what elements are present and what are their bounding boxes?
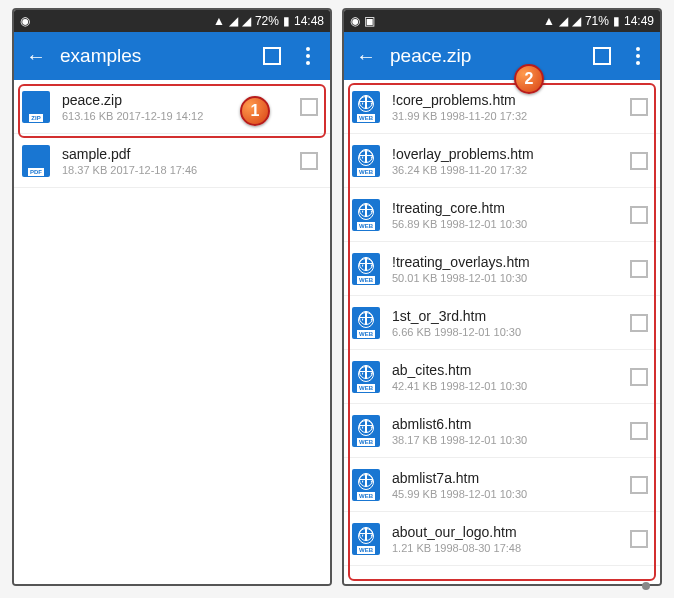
file-row[interactable]: WEB !core_problems.htm 31.99 KB 1998-11-… xyxy=(344,80,660,134)
file-meta: 56.89 KB 1998-12-01 10:30 xyxy=(392,218,618,230)
phone-right: ◉ ▣ ▲ ◢ ◢ 71% ▮ 14:49 ← peace.zip 2 WEB xyxy=(342,8,662,586)
file-name: about_our_logo.htm xyxy=(392,524,618,540)
file-meta: 45.99 KB 1998-12-01 10:30 xyxy=(392,488,618,500)
file-row[interactable]: WEB about_our_logo.htm 1.21 KB 1998-08-3… xyxy=(344,512,660,566)
back-button[interactable]: ← xyxy=(354,44,378,68)
page-title: peace.zip xyxy=(390,45,578,67)
file-meta: 18.37 KB 2017-12-18 17:46 xyxy=(62,164,288,176)
file-checkbox[interactable] xyxy=(300,152,318,170)
file-checkbox[interactable] xyxy=(300,98,318,116)
file-row[interactable]: WEB !treating_overlays.htm 50.01 KB 1998… xyxy=(344,242,660,296)
file-name: 1st_or_3rd.htm xyxy=(392,308,618,324)
pdf-file-icon: PDF xyxy=(22,145,50,177)
app-bar: ← peace.zip xyxy=(344,32,660,80)
file-name: !treating_core.htm xyxy=(392,200,618,216)
file-checkbox[interactable] xyxy=(630,260,648,278)
file-row[interactable]: WEB !overlay_problems.htm 36.24 KB 1998-… xyxy=(344,134,660,188)
battery-icon: ▮ xyxy=(283,15,290,27)
more-menu-button[interactable] xyxy=(296,44,320,68)
decorative-dot xyxy=(642,582,650,590)
file-checkbox[interactable] xyxy=(630,98,648,116)
file-name: !treating_overlays.htm xyxy=(392,254,618,270)
file-meta: 36.24 KB 1998-11-20 17:32 xyxy=(392,164,618,176)
file-checkbox[interactable] xyxy=(630,206,648,224)
web-file-icon: WEB xyxy=(352,91,380,123)
wifi-icon: ▲ xyxy=(213,15,225,27)
battery-text: 71% xyxy=(585,14,609,28)
web-file-icon: WEB xyxy=(352,145,380,177)
notification-icon: ▣ xyxy=(364,15,375,27)
file-row[interactable]: WEB 1st_or_3rd.htm 6.66 KB 1998-12-01 10… xyxy=(344,296,660,350)
web-file-icon: WEB xyxy=(352,469,380,501)
battery-text: 72% xyxy=(255,14,279,28)
file-meta: 38.17 KB 1998-12-01 10:30 xyxy=(392,434,618,446)
step-badge: 2 xyxy=(514,64,544,94)
file-row[interactable]: WEB ab_cites.htm 42.41 KB 1998-12-01 10:… xyxy=(344,350,660,404)
file-meta: 50.01 KB 1998-12-01 10:30 xyxy=(392,272,618,284)
clock-text: 14:49 xyxy=(624,14,654,28)
status-bar: ◉ ▣ ▲ ◢ ◢ 71% ▮ 14:49 xyxy=(344,10,660,32)
file-checkbox[interactable] xyxy=(630,314,648,332)
file-row[interactable]: WEB !treating_core.htm 56.89 KB 1998-12-… xyxy=(344,188,660,242)
web-file-icon: WEB xyxy=(352,361,380,393)
file-name: !overlay_problems.htm xyxy=(392,146,618,162)
spotify-icon: ◉ xyxy=(350,15,360,27)
file-row[interactable]: ZIP peace.zip 613.16 KB 2017-12-19 14:12 xyxy=(14,80,330,134)
file-name: ab_cites.htm xyxy=(392,362,618,378)
select-all-button[interactable] xyxy=(590,44,614,68)
file-row[interactable]: PDF sample.pdf 18.37 KB 2017-12-18 17:46 xyxy=(14,134,330,188)
signal-icon: ◢ xyxy=(559,15,568,27)
file-meta: 42.41 KB 1998-12-01 10:30 xyxy=(392,380,618,392)
file-name: abmlist6.htm xyxy=(392,416,618,432)
signal-icon: ◢ xyxy=(242,15,251,27)
web-file-icon: WEB xyxy=(352,253,380,285)
file-name: abmlist7a.htm xyxy=(392,470,618,486)
status-bar: ◉ ▲ ◢ ◢ 72% ▮ 14:48 xyxy=(14,10,330,32)
file-checkbox[interactable] xyxy=(630,476,648,494)
signal-icon: ◢ xyxy=(229,15,238,27)
file-name: !core_problems.htm xyxy=(392,92,618,108)
file-meta: 1.21 KB 1998-08-30 17:48 xyxy=(392,542,618,554)
select-all-button[interactable] xyxy=(260,44,284,68)
file-name: sample.pdf xyxy=(62,146,288,162)
file-checkbox[interactable] xyxy=(630,368,648,386)
file-checkbox[interactable] xyxy=(630,530,648,548)
signal-icon: ◢ xyxy=(572,15,581,27)
web-file-icon: WEB xyxy=(352,307,380,339)
phone-left: ◉ ▲ ◢ ◢ 72% ▮ 14:48 ← examples 1 ZIP pea… xyxy=(12,8,332,586)
file-row[interactable]: WEB abmlist7a.htm 45.99 KB 1998-12-01 10… xyxy=(344,458,660,512)
web-file-icon: WEB xyxy=(352,415,380,447)
file-checkbox[interactable] xyxy=(630,422,648,440)
step-badge: 1 xyxy=(240,96,270,126)
wifi-icon: ▲ xyxy=(543,15,555,27)
spotify-icon: ◉ xyxy=(20,15,30,27)
file-list: 1 ZIP peace.zip 613.16 KB 2017-12-19 14:… xyxy=(14,80,330,584)
file-meta: 6.66 KB 1998-12-01 10:30 xyxy=(392,326,618,338)
clock-text: 14:48 xyxy=(294,14,324,28)
file-checkbox[interactable] xyxy=(630,152,648,170)
back-button[interactable]: ← xyxy=(24,44,48,68)
app-bar: ← examples xyxy=(14,32,330,80)
zip-file-icon: ZIP xyxy=(22,91,50,123)
more-menu-button[interactable] xyxy=(626,44,650,68)
page-title: examples xyxy=(60,45,248,67)
file-row[interactable]: WEB abmlist6.htm 38.17 KB 1998-12-01 10:… xyxy=(344,404,660,458)
file-list: 2 WEB !core_problems.htm 31.99 KB 1998-1… xyxy=(344,80,660,584)
web-file-icon: WEB xyxy=(352,199,380,231)
battery-icon: ▮ xyxy=(613,15,620,27)
web-file-icon: WEB xyxy=(352,523,380,555)
file-meta: 31.99 KB 1998-11-20 17:32 xyxy=(392,110,618,122)
